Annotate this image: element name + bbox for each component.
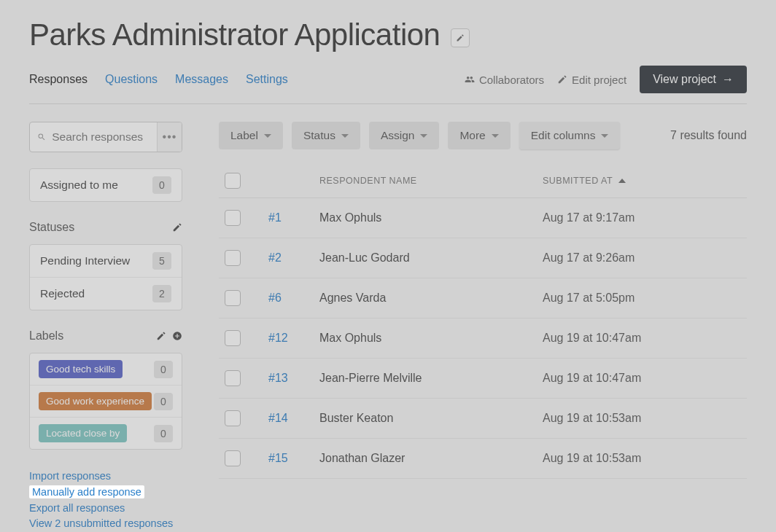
edit-title-button[interactable] xyxy=(451,28,470,47)
column-respondent-name[interactable]: RESPONDENT NAME xyxy=(319,176,543,186)
edit-labels-button[interactable] xyxy=(156,331,166,341)
export-responses-link[interactable]: Export all responses xyxy=(29,502,182,514)
respondent-name: Max Ophuls xyxy=(319,211,543,224)
edit-columns-dropdown[interactable]: Edit columns xyxy=(519,122,621,149)
pencil-icon xyxy=(172,222,182,232)
edit-columns-label: Edit columns xyxy=(531,129,596,142)
search-icon xyxy=(37,132,46,142)
column-submitted-label: SUBMITTED AT xyxy=(543,176,613,186)
edit-project-label: Edit project xyxy=(572,74,626,86)
response-id-link[interactable]: #12 xyxy=(268,332,319,345)
status-filter-count: 5 xyxy=(152,252,171,270)
sort-asc-icon xyxy=(618,179,626,183)
pencil-icon xyxy=(456,34,465,42)
table-row: #1Max OphulsAug 17 at 9:17am xyxy=(219,198,747,238)
edit-statuses-button[interactable] xyxy=(172,222,182,232)
response-id-link[interactable]: #15 xyxy=(268,452,319,465)
status-filter-count: 2 xyxy=(152,285,171,302)
submitted-at: Aug 17 at 9:17am xyxy=(543,211,747,224)
response-id-link[interactable]: #2 xyxy=(268,251,319,265)
row-checkbox[interactable] xyxy=(225,370,241,386)
row-checkbox[interactable] xyxy=(225,450,241,466)
submitted-at: Aug 17 at 9:26am xyxy=(543,251,747,265)
response-id-link[interactable]: #14 xyxy=(268,412,319,425)
tab-questions[interactable]: Questions xyxy=(105,73,158,86)
label-pill: Located close by xyxy=(39,424,127,442)
view-project-button[interactable]: View project → xyxy=(640,66,747,93)
table-row: #14Buster KeatonAug 19 at 10:53am xyxy=(219,399,747,439)
select-all-checkbox[interactable] xyxy=(225,173,241,189)
label-filter-count: 0 xyxy=(154,393,173,410)
add-label-button[interactable] xyxy=(172,331,182,341)
tab-responses[interactable]: Responses xyxy=(29,73,88,86)
column-submitted-at[interactable]: SUBMITTED AT xyxy=(543,176,747,186)
status-dropdown[interactable]: Status xyxy=(292,122,360,149)
tab-settings[interactable]: Settings xyxy=(246,73,288,86)
respondent-name: Jean-Pierre Melville xyxy=(319,372,543,385)
results-found: 7 results found xyxy=(670,129,747,142)
response-id-link[interactable]: #13 xyxy=(268,372,319,385)
plus-circle-icon xyxy=(172,331,182,341)
pencil-icon xyxy=(156,331,166,341)
assigned-label: Assigned to me xyxy=(40,179,118,192)
more-dropdown-label: More xyxy=(459,129,485,142)
assign-dropdown[interactable]: Assign xyxy=(369,122,440,149)
assigned-to-me-row[interactable]: Assigned to me 0 xyxy=(30,169,182,201)
label-filter-row[interactable]: Good tech skills0 xyxy=(30,353,182,385)
submitted-at: Aug 19 at 10:47am xyxy=(543,372,747,385)
view-unsubmitted-link[interactable]: View 2 unsubmitted responses xyxy=(29,517,182,529)
label-filter-count: 0 xyxy=(154,361,173,378)
pencil-icon xyxy=(557,74,567,85)
label-pill: Good tech skills xyxy=(39,360,123,378)
label-dropdown-label: Label xyxy=(230,129,258,142)
respondent-name: Jean-Luc Godard xyxy=(319,251,543,265)
status-filter-row[interactable]: Pending Interview5 xyxy=(30,245,182,277)
collaborators-label: Collaborators xyxy=(479,74,544,86)
import-responses-link[interactable]: Import responses xyxy=(29,470,182,482)
row-checkbox[interactable] xyxy=(225,290,241,306)
table-row: #12Max OphulsAug 19 at 10:47am xyxy=(219,318,747,359)
row-checkbox[interactable] xyxy=(225,250,241,266)
response-id-link[interactable]: #1 xyxy=(268,211,319,224)
row-checkbox[interactable] xyxy=(225,210,241,226)
more-dropdown[interactable]: More xyxy=(448,122,510,149)
row-checkbox[interactable] xyxy=(225,410,241,426)
chevron-down-icon xyxy=(341,134,349,138)
manually-add-response-link[interactable]: Manually add response xyxy=(29,485,144,498)
assign-dropdown-label: Assign xyxy=(381,129,415,142)
label-dropdown[interactable]: Label xyxy=(219,122,283,149)
submitted-at: Aug 17 at 5:05pm xyxy=(543,292,747,305)
submitted-at: Aug 19 at 10:53am xyxy=(543,452,747,465)
labels-heading: Labels xyxy=(29,329,63,343)
search-input[interactable] xyxy=(52,130,150,144)
label-filter-count: 0 xyxy=(154,425,173,442)
tab-messages[interactable]: Messages xyxy=(175,73,228,86)
label-pill: Good work experience xyxy=(39,392,152,410)
table-row: #15Jonathan GlazerAug 19 at 10:53am xyxy=(219,439,747,479)
chevron-down-icon xyxy=(492,134,499,138)
respondent-name: Buster Keaton xyxy=(319,412,543,425)
statuses-heading: Statuses xyxy=(29,221,74,234)
respondent-name: Agnes Varda xyxy=(319,292,543,305)
users-icon xyxy=(465,74,475,85)
label-filter-row[interactable]: Located close by0 xyxy=(30,417,182,449)
chevron-down-icon xyxy=(420,134,427,138)
submitted-at: Aug 19 at 10:53am xyxy=(543,412,747,425)
response-id-link[interactable]: #6 xyxy=(268,292,319,305)
label-filter-row[interactable]: Good work experience0 xyxy=(30,385,182,417)
status-filter-row[interactable]: Rejected2 xyxy=(30,277,182,310)
search-more-button[interactable]: ••• xyxy=(157,122,182,152)
submitted-at: Aug 19 at 10:47am xyxy=(543,332,747,345)
collaborators-link[interactable]: Collaborators xyxy=(465,74,544,86)
table-row: #2Jean-Luc GodardAug 17 at 9:26am xyxy=(219,238,747,278)
chevron-down-icon xyxy=(264,134,271,138)
row-checkbox[interactable] xyxy=(225,330,241,346)
chevron-down-icon xyxy=(601,134,608,138)
assigned-count: 0 xyxy=(152,176,171,194)
page-title: Parks Administrator Application xyxy=(29,17,440,52)
respondent-name: Jonathan Glazer xyxy=(319,452,543,465)
edit-project-link[interactable]: Edit project xyxy=(557,74,626,86)
arrow-right-icon: → xyxy=(722,73,734,86)
status-filter-label: Pending Interview xyxy=(40,254,130,267)
table-row: #6Agnes VardaAug 17 at 5:05pm xyxy=(219,278,747,318)
